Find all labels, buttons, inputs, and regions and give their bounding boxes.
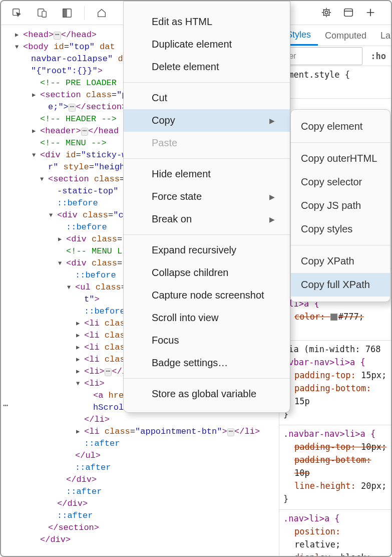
ellipsis-icon[interactable]: ⋯ [54,32,61,40]
dom-node[interactable]: li [89,331,99,340]
device-toggle-icon[interactable] [36,7,48,19]
pseudo-element: ::after [84,439,120,448]
home-icon[interactable] [96,7,108,19]
ctx-edit-as-html[interactable]: Edit as HTML [124,11,290,33]
ctx-separator [124,82,290,83]
ellipsis-icon[interactable]: ⋯ [81,128,88,136]
dock-icon[interactable] [61,7,73,19]
svg-point-6 [325,11,328,14]
dom-node[interactable]: <head> [23,30,54,40]
ctx-copy[interactable]: Copy▶ [124,109,290,132]
ctx-separator [124,378,290,379]
sub-separator [291,245,390,245]
ctx-focus[interactable]: Focus [124,329,290,352]
ctx-collapse-children[interactable]: Collapse children [124,261,290,284]
dom-node[interactable]: div [71,258,87,268]
svg-rect-7 [344,9,353,16]
rule-element-style[interactable]: ement.style { } [279,66,391,99]
filter-input[interactable]: ter [282,47,362,65]
chevron-right-icon: ▶ [269,117,275,125]
ctx-paste: Paste [124,132,290,154]
dom-node[interactable]: li [89,427,99,436]
dom-node[interactable]: section [53,174,89,184]
ctx-break-on[interactable]: Break on▶ [124,208,290,230]
sub-separator [291,142,390,143]
dom-comment: <!-- MENU LI [66,246,127,256]
chevron-right-icon: ▶ [269,215,275,223]
panel-icon[interactable] [343,7,354,20]
dom-comment: <!-- MENU --> [40,138,107,148]
cpu-icon[interactable] [321,7,332,20]
dom-node-close: </section> [48,523,99,532]
chevron-right-icon: ▶ [269,193,275,201]
sub-copy-js-path[interactable]: Copy JS path [291,194,390,217]
dom-node-close: </ul> [75,451,101,460]
dom-node[interactable]: <li> [84,379,105,388]
dom-node[interactable]: li [89,319,99,328]
sub-copy-element[interactable]: Copy element [291,115,390,138]
pseudo-element: ::before [84,307,125,316]
dom-node-close: </div> [66,475,97,484]
filter-row: ter :ho [279,46,391,66]
inspect-icon[interactable] [11,7,23,19]
dom-node[interactable]: div [45,150,61,160]
dom-node-close: </div> [57,499,88,508]
dom-node-close: </div> [40,535,71,544]
context-menu: Edit as HTML Duplicate element Delete el… [123,1,290,413]
rule-navbar-nav[interactable]: .navbar-nav>li>a { padding-top: 10px; pa… [279,425,391,510]
sub-copy-styles[interactable]: Copy styles [291,217,390,241]
tab-layout[interactable]: La [373,25,391,46]
pseudo-element: ::after [66,487,102,496]
rule-media-navbar-nav[interactable]: dia (min-width: 768 avbar-nav>li>a { pad… [279,341,391,425]
ellipsis-icon[interactable]: ⋯ [69,104,76,112]
plus-icon[interactable] [365,7,376,20]
dom-comment: <!-- PRE LOADER - [40,78,127,88]
hov-button[interactable]: :ho [365,50,391,63]
ellipsis-icon[interactable]: ⋯ [105,368,112,376]
pseudo-element: ::before [75,270,116,280]
svg-rect-4 [63,9,67,17]
pseudo-element: ::before [57,198,98,208]
ctx-expand-recursively[interactable]: Expand recursively [124,239,290,261]
ctx-cut[interactable]: Cut [124,87,290,109]
dom-comment: <!-- HEADER --> [40,114,117,124]
sub-copy-outerhtml[interactable]: Copy outerHTML [291,147,390,170]
dom-node[interactable]: li [89,355,99,364]
dom-node[interactable]: div [62,210,78,220]
svg-rect-2 [42,11,46,17]
ctx-badge-settings[interactable]: Badge settings… [124,352,290,374]
ctx-scroll-into-view[interactable]: Scroll into view [124,307,290,329]
dom-node[interactable]: div [71,234,87,244]
rule-nav-li-a[interactable]: .nav>li>a { position: relative; display:… [279,510,391,556]
pseudo-element: ::after [57,511,93,520]
dom-node-close: </li> [84,415,110,424]
color-swatch[interactable] [330,314,337,321]
ctx-separator [124,158,290,159]
dom-node[interactable]: a [98,391,103,400]
ctx-duplicate-element[interactable]: Duplicate element [124,33,290,56]
svg-rect-5 [324,10,329,15]
sub-copy-full-xpath[interactable]: Copy full XPath [291,273,390,297]
ctx-delete-element[interactable]: Delete element [124,56,290,78]
dom-node[interactable]: <li> [84,367,105,376]
ellipsis-icon[interactable]: ⋯ [227,428,234,436]
copy-submenu: Copy element Copy outerHTML Copy selecto… [290,109,390,302]
tab-computed[interactable]: Computed [318,25,373,46]
ctx-force-state[interactable]: Force state▶ [124,185,290,208]
pseudo-element: ::before [66,222,107,232]
gutter-ellipsis-icon[interactable]: ⋯ [3,400,8,412]
dom-node[interactable]: ul [80,283,90,292]
pseudo-element: ::after [75,463,111,472]
dom-node[interactable]: section [45,90,81,100]
ctx-hide-element[interactable]: Hide element [124,163,290,185]
ctx-separator [124,234,290,235]
sub-copy-selector[interactable]: Copy selector [291,170,390,194]
styles-tabs: Styles Computed La [279,25,391,46]
sub-copy-xpath[interactable]: Copy XPath [291,249,390,273]
toolbar-divider [84,6,85,20]
ctx-capture-screenshot[interactable]: Capture node screenshot [124,284,290,307]
dom-node[interactable]: li [89,343,99,352]
dom-node[interactable]: <header> [40,126,81,136]
ctx-store-global[interactable]: Store as global variable [124,383,290,405]
dom-node[interactable]: body [28,42,49,52]
